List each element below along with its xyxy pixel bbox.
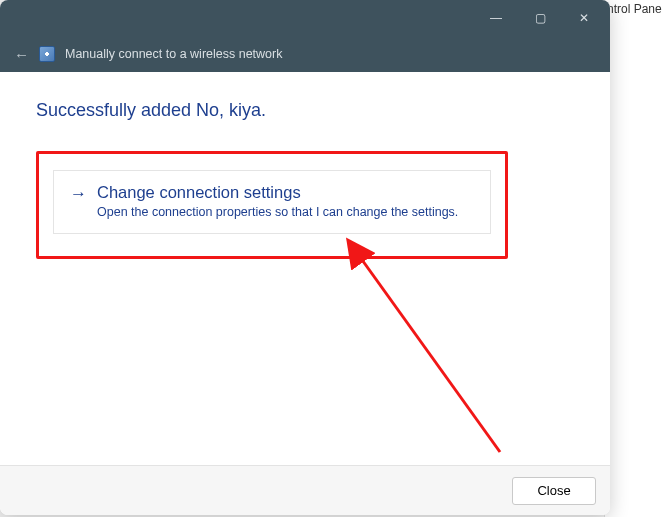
wizard-title: Manually connect to a wireless network bbox=[65, 47, 282, 61]
wizard-window: — ▢ ✕ ← Manually connect to a wireless n… bbox=[0, 0, 610, 515]
background-window: ntrol Pane bbox=[604, 0, 664, 517]
svg-line-0 bbox=[360, 257, 500, 452]
minimize-button[interactable]: — bbox=[474, 3, 518, 33]
arrow-right-icon: → bbox=[70, 183, 87, 205]
option-texts: Change connection settings Open the conn… bbox=[97, 183, 458, 219]
title-close-button[interactable]: ✕ bbox=[562, 3, 606, 33]
wizard-header: ← Manually connect to a wireless network bbox=[0, 36, 610, 72]
footer: Close bbox=[0, 465, 610, 515]
minimize-icon: — bbox=[490, 11, 502, 25]
success-heading: Successfully added No, kiya. bbox=[36, 100, 574, 121]
option-description: Open the connection properties so that I… bbox=[97, 205, 458, 219]
close-icon: ✕ bbox=[579, 11, 589, 25]
maximize-button[interactable]: ▢ bbox=[518, 3, 562, 33]
titlebar: — ▢ ✕ bbox=[0, 0, 610, 36]
content-area: Successfully added No, kiya. → Change co… bbox=[0, 72, 610, 465]
option-title: Change connection settings bbox=[97, 183, 458, 202]
annotation-arrow bbox=[0, 72, 610, 472]
background-partial-text: ntrol Pane bbox=[607, 2, 662, 16]
change-connection-settings-option[interactable]: → Change connection settings Open the co… bbox=[53, 170, 491, 234]
wireless-icon bbox=[39, 46, 55, 62]
maximize-icon: ▢ bbox=[535, 11, 546, 25]
close-button[interactable]: Close bbox=[512, 477, 596, 505]
annotation-highlight: → Change connection settings Open the co… bbox=[36, 151, 508, 259]
back-button[interactable]: ← bbox=[14, 46, 29, 63]
